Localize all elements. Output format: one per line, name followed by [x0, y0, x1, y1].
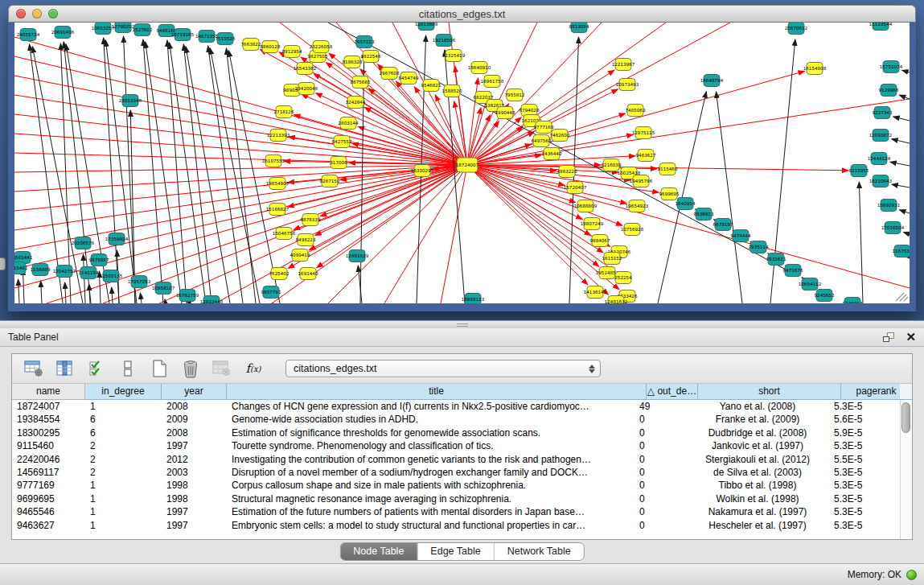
graph-node[interactable]: 1588520	[442, 85, 462, 97]
graph-node[interactable]: 18640910	[468, 62, 491, 74]
table-cell[interactable]: 5.3E-5	[829, 519, 900, 532]
graph-edge-black[interactable]	[892, 139, 910, 143]
graph-node[interactable]: 1145194	[79, 267, 99, 279]
graph-node[interactable]: 12325419	[442, 50, 466, 62]
table-cell[interactable]: 2008	[162, 400, 227, 413]
table-cell[interactable]: 5.3E-5	[829, 466, 900, 479]
table-cell[interactable]: 2	[85, 453, 162, 466]
graph-node[interactable]: 9699695	[659, 188, 680, 200]
table-cell[interactable]: 9699695	[12, 492, 85, 505]
float-panel-icon[interactable]	[883, 332, 894, 342]
graph-node[interactable]: 7625402	[269, 268, 290, 280]
graph-node[interactable]: 9227343	[873, 107, 893, 119]
graph-node[interactable]: 16543382	[294, 63, 316, 75]
table-cell[interactable]: 0	[634, 466, 686, 479]
close-window-icon[interactable]	[16, 9, 26, 19]
graph-edge-black[interactable]	[228, 51, 280, 303]
graph-node[interactable]: 2803144	[339, 117, 359, 130]
graph-node[interactable]: 8938923	[694, 208, 714, 220]
table-cell[interactable]: 5.6E-5	[829, 413, 900, 426]
minimize-window-icon[interactable]	[32, 9, 42, 19]
graph-node[interactable]: 12481639	[346, 250, 369, 262]
graph-node[interactable]: 252254	[614, 272, 632, 284]
graph-edge-red[interactable]	[14, 37, 467, 165]
graph-node[interactable]: 16210643	[869, 175, 893, 187]
graph-edge-black[interactable]	[165, 299, 166, 303]
graph-node[interactable]: 9975887	[89, 254, 109, 266]
table-cell[interactable]: Estimation of the future numbers of pati…	[227, 505, 634, 518]
graph-edge-red[interactable]	[14, 134, 467, 165]
graph-edge-black[interactable]	[65, 282, 66, 303]
graph-edge-black[interactable]	[89, 284, 90, 303]
table-cell[interactable]: 1997	[162, 505, 227, 518]
table-selector-dropdown[interactable]: citations_edges.txt	[285, 360, 601, 377]
table-cell[interactable]: Jankovic et al. (1997)	[686, 439, 829, 452]
graph-node[interactable]: 8215955	[849, 165, 869, 177]
table-settings-button[interactable]	[23, 359, 44, 378]
graph-edge-red[interactable]	[328, 165, 467, 303]
table-cell[interactable]: Corpus callosum shape and size in male p…	[227, 479, 634, 492]
graph-node[interactable]: 19218506	[433, 35, 456, 47]
graph-edge-black[interactable]	[899, 210, 910, 213]
table-cell[interactable]: Tibbo et al. (1998)	[686, 479, 829, 492]
graph-edge-black[interactable]	[124, 36, 135, 303]
graph-node[interactable]: 7832621	[766, 253, 786, 266]
graph-node[interactable]: 1167533	[893, 245, 910, 257]
graph-edge-black[interactable]	[41, 281, 42, 303]
graph-node[interactable]: 9474444	[731, 230, 751, 242]
new-document-button[interactable]	[149, 359, 170, 378]
table-cell[interactable]: 2	[85, 439, 162, 452]
column-header-year[interactable]: year	[162, 384, 227, 400]
graph-node[interactable]: 2967608	[380, 68, 400, 80]
table-cell[interactable]: 1998	[162, 492, 227, 505]
graph-node[interactable]: 6497568	[532, 135, 552, 147]
graph-edge-black[interactable]	[903, 233, 910, 234]
delete-trash-button[interactable]	[180, 359, 201, 378]
graph-node[interactable]: 10958123	[462, 294, 485, 304]
scrollbar-thumb[interactable]	[901, 402, 910, 433]
table-cell[interactable]: Hescheler et al. (1997)	[686, 519, 829, 532]
table-cell[interactable]: 18300295	[12, 426, 85, 439]
table-cell[interactable]: 0	[634, 479, 686, 492]
tab-edge-table[interactable]: Edge Table	[417, 543, 493, 560]
graph-edge-black[interactable]	[112, 287, 113, 303]
graph-node[interactable]: 1156889	[31, 264, 51, 276]
table-cell[interactable]: 49	[634, 400, 686, 413]
table-cell[interactable]: Estimation of significance thresholds fo…	[227, 426, 634, 439]
graph-node[interactable]: 8186328	[343, 56, 363, 68]
graph-node[interactable]: 9463627	[636, 150, 656, 162]
graph-node[interactable]: 15751074	[880, 61, 903, 73]
table-cell[interactable]: 22420046	[12, 453, 85, 466]
table-cell[interactable]: Franke et al. (2009)	[686, 413, 829, 426]
table-cell[interactable]: 18724007	[12, 400, 85, 413]
graph-node[interactable]: 24055724	[17, 29, 40, 41]
graph-node[interactable]: 9129966	[879, 84, 899, 97]
graph-edge-red[interactable]	[294, 115, 467, 165]
graph-node[interactable]: 1527602	[133, 24, 153, 36]
graph-node[interactable]: 23420046	[295, 83, 318, 95]
table-cell[interactable]: Changes of HCN gene expression and I(f) …	[227, 400, 634, 413]
graph-node[interactable]: 7515526	[216, 33, 236, 45]
graph-node[interactable]: 12093872	[869, 130, 892, 142]
graph-node[interactable]: 15166827	[266, 204, 290, 216]
graph-edge-red[interactable]	[467, 165, 910, 288]
graph-node[interactable]: 9777169	[534, 122, 554, 134]
close-panel-icon[interactable]: ✕	[906, 332, 916, 343]
row-height-button[interactable]	[117, 359, 138, 378]
table-cell[interactable]: 0	[634, 413, 686, 426]
table-cell[interactable]: 0	[634, 453, 686, 466]
graph-node[interactable]: 8813054	[569, 23, 589, 33]
graph-edge-black[interactable]	[902, 70, 910, 72]
table-cell[interactable]: Nakamura et al. (1997)	[686, 505, 829, 518]
graph-node[interactable]: 12042757	[53, 266, 76, 278]
table-cell[interactable]: 0	[634, 492, 686, 505]
graph-node[interactable]: 20870612	[785, 23, 807, 35]
table-cell[interactable]: de Silva et al. (2003)	[686, 466, 829, 479]
graph-node[interactable]: 4099419	[290, 249, 310, 262]
graph-edge-black[interactable]	[716, 92, 742, 303]
table-cell[interactable]: 0	[634, 439, 686, 452]
graph-node[interactable]: 11123544	[869, 23, 893, 31]
graph-node[interactable]: 19654923	[626, 200, 649, 212]
graph-node[interactable]: 20691406	[51, 27, 75, 39]
table-cell[interactable]: Genome-wide association studies in ADHD.	[227, 413, 634, 426]
